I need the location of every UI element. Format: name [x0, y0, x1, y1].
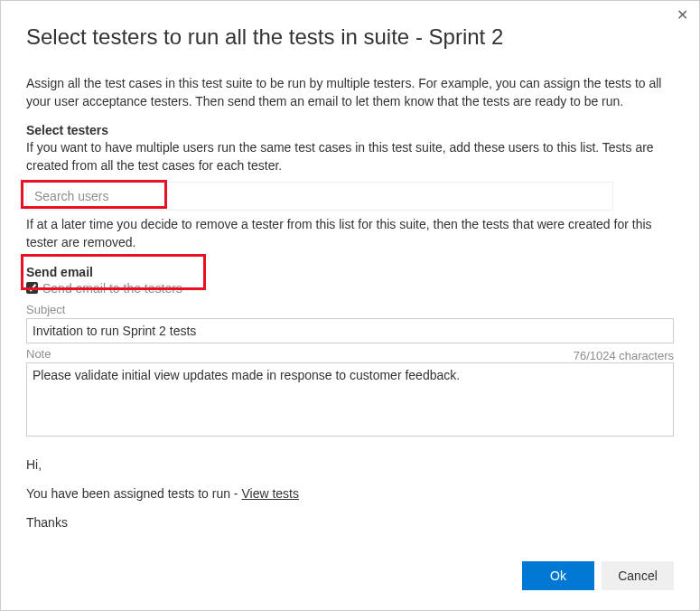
select-testers-post-desc: If at a later time you decide to remove …	[26, 216, 674, 251]
view-tests-link[interactable]: View tests	[241, 486, 299, 501]
dialog-title: Select testers to run all the tests in s…	[26, 24, 674, 50]
send-email-heading: Send email	[26, 265, 674, 279]
note-char-count: 76/1024 characters	[574, 349, 674, 362]
note-textarea[interactable]	[26, 362, 674, 437]
preview-body-text: You have been assigned tests to run -	[26, 486, 241, 501]
ok-button[interactable]: Ok	[522, 561, 594, 590]
preview-greeting: Hi,	[26, 457, 674, 472]
preview-closing: Thanks	[26, 515, 674, 530]
dialog-body: Select testers to run all the tests in s…	[1, 1, 699, 530]
preview-body-line: You have been assigned tests to run - Vi…	[26, 486, 674, 501]
send-email-checkbox-label: Send email to the testers	[42, 281, 182, 296]
dialog-description: Assign all the test cases in this test s…	[26, 75, 674, 110]
close-icon[interactable]: ✕	[677, 8, 688, 23]
select-testers-desc: If you want to have multiple users run t…	[26, 139, 674, 174]
subject-input[interactable]	[26, 318, 674, 343]
select-testers-heading: Select testers	[26, 123, 674, 137]
subject-label: Subject	[26, 303, 674, 316]
search-users-input[interactable]	[26, 182, 613, 211]
button-bar: Ok Cancel	[522, 561, 674, 590]
send-email-checkbox[interactable]	[26, 282, 38, 294]
note-label: Note	[26, 347, 51, 361]
cancel-button[interactable]: Cancel	[602, 561, 674, 590]
